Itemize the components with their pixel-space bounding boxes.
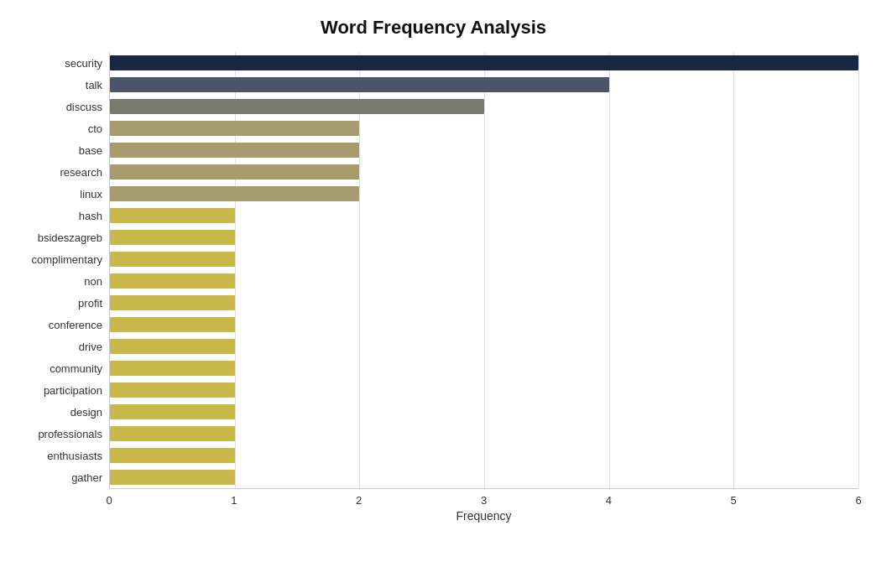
y-label: community xyxy=(50,357,102,379)
y-axis: securitytalkdiscussctobaseresearchlinuxh… xyxy=(8,52,109,488)
bar xyxy=(110,382,235,398)
bar xyxy=(110,426,235,441)
bar xyxy=(110,252,235,267)
bar-row xyxy=(110,185,858,203)
bar-row xyxy=(110,294,858,312)
bar-row xyxy=(110,163,858,181)
x-tick: 1 xyxy=(231,494,237,507)
bar-row xyxy=(110,403,858,421)
chart-area: securitytalkdiscussctobaseresearchlinuxh… xyxy=(8,52,858,523)
bar xyxy=(110,186,359,201)
y-label: conference xyxy=(49,314,102,336)
bar-row xyxy=(110,250,858,268)
chart-container: Word Frequency Analysis securitytalkdisc… xyxy=(0,0,892,588)
y-label: drive xyxy=(79,336,102,357)
y-label: research xyxy=(60,161,102,183)
x-tick: 2 xyxy=(356,494,362,507)
bar xyxy=(110,99,484,114)
bar xyxy=(110,143,359,158)
bars-wrapper xyxy=(110,52,858,488)
y-label: base xyxy=(79,139,102,161)
bar xyxy=(110,404,235,419)
bar xyxy=(110,339,235,354)
bar-row xyxy=(110,228,858,247)
bar xyxy=(110,77,609,92)
y-label: professionals xyxy=(38,423,102,445)
x-axis: 0123456 xyxy=(109,488,858,507)
plot-area: securitytalkdiscussctobaseresearchlinuxh… xyxy=(8,52,858,488)
y-label: profit xyxy=(78,292,102,314)
bar xyxy=(110,164,359,180)
bar xyxy=(110,361,235,376)
bar xyxy=(110,470,235,485)
bar-row xyxy=(110,272,858,290)
bar xyxy=(110,295,235,310)
bar xyxy=(110,55,858,70)
y-label: discuss xyxy=(66,96,102,117)
bar xyxy=(110,208,235,223)
y-label: design xyxy=(70,401,102,423)
bar-row xyxy=(110,54,858,72)
y-label: bsideszagreb xyxy=(38,226,102,248)
x-tick: 4 xyxy=(606,494,612,507)
bar-row xyxy=(110,381,858,399)
x-axis-label: Frequency xyxy=(109,509,858,523)
bar xyxy=(110,230,235,245)
chart-title: Word Frequency Analysis xyxy=(8,17,858,39)
y-label: complimentary xyxy=(31,248,102,270)
y-label: security xyxy=(65,52,102,74)
bar-row xyxy=(110,97,858,116)
x-tick: 5 xyxy=(731,494,737,507)
y-label: cto xyxy=(88,117,102,139)
bar-row xyxy=(110,468,858,487)
bar xyxy=(110,121,359,136)
bar-row xyxy=(110,75,858,94)
y-label: talk xyxy=(86,74,102,96)
bar xyxy=(110,317,235,332)
x-tick: 6 xyxy=(855,494,861,507)
y-label: participation xyxy=(44,379,102,401)
y-label: non xyxy=(84,270,102,292)
bar-row xyxy=(110,315,858,334)
y-label: enthusiasts xyxy=(47,445,102,466)
bar-row xyxy=(110,337,858,356)
bar xyxy=(110,273,235,289)
y-label: gather xyxy=(71,466,102,488)
grid-line xyxy=(858,52,859,488)
bar-row xyxy=(110,359,858,377)
x-tick: 3 xyxy=(481,494,487,507)
bar-row xyxy=(110,424,858,443)
y-label: hash xyxy=(79,205,102,226)
bar-row xyxy=(110,141,858,159)
bar xyxy=(110,448,235,463)
x-tick: 0 xyxy=(106,494,112,507)
y-label: linux xyxy=(80,183,102,205)
bars-and-grid xyxy=(109,52,858,488)
bar-row xyxy=(110,446,858,465)
bar-row xyxy=(110,119,858,138)
bar-row xyxy=(110,206,858,225)
